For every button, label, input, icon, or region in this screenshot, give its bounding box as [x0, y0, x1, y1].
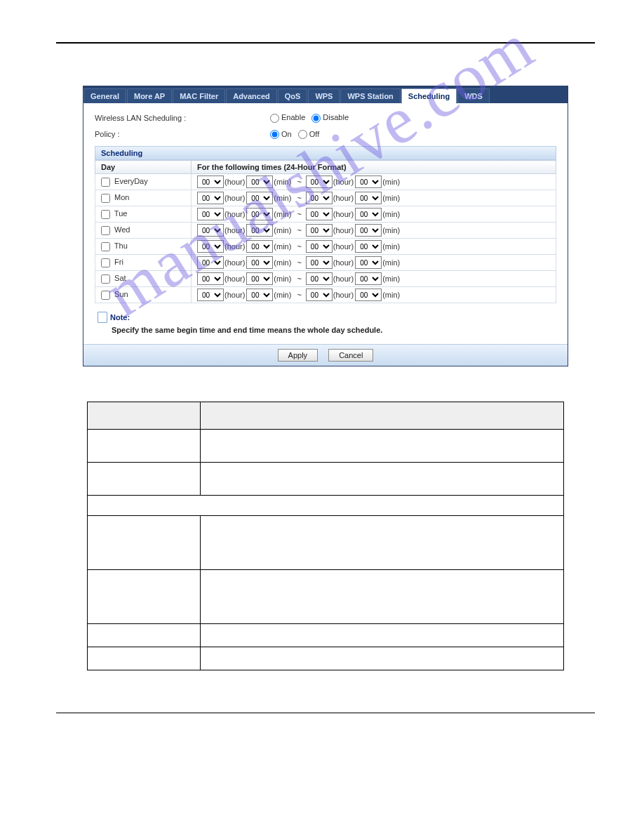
- day-checkbox[interactable]: [101, 242, 110, 251]
- day-header: Day: [95, 161, 192, 174]
- table-row: [201, 624, 564, 647]
- off-radio-wrapper[interactable]: Off: [298, 130, 319, 138]
- times-header: For the following times (24-Hour Format): [192, 161, 556, 174]
- day-checkbox[interactable]: [101, 194, 110, 203]
- time-select[interactable]: 00: [306, 176, 333, 188]
- unit-label: (hour): [333, 291, 354, 299]
- tab-scheduling[interactable]: Scheduling: [401, 88, 457, 104]
- time-select[interactable]: 00: [355, 272, 382, 285]
- unit-label: (min): [274, 291, 291, 299]
- day-checkbox[interactable]: [101, 291, 110, 300]
- tab-mac-filter[interactable]: MAC Filter: [173, 88, 225, 103]
- unit-label: (min): [274, 226, 291, 234]
- unit-label: (hour): [224, 258, 245, 267]
- day-checkbox[interactable]: [101, 226, 110, 235]
- time-select[interactable]: 00: [246, 289, 273, 301]
- time-select[interactable]: 00: [355, 224, 382, 237]
- time-cell: 00(hour)00(min)~00(hour)00(min): [192, 190, 556, 206]
- disable-radio-wrapper[interactable]: Disable: [311, 113, 349, 121]
- day-name: Wed: [112, 225, 130, 234]
- time-select[interactable]: 00: [197, 256, 224, 269]
- unit-label: (hour): [333, 242, 354, 251]
- time-select[interactable]: 00: [306, 289, 333, 301]
- apply-button[interactable]: Apply: [278, 349, 318, 362]
- time-separator: ~: [297, 242, 301, 251]
- time-select[interactable]: 00: [197, 289, 224, 301]
- time-select[interactable]: 00: [197, 192, 224, 204]
- tab-qos[interactable]: QoS: [278, 88, 308, 103]
- tab-wds[interactable]: WDS: [457, 88, 490, 103]
- day-checkbox[interactable]: [101, 210, 110, 219]
- table-row: [201, 570, 564, 624]
- day-name: Thu: [112, 241, 128, 250]
- tab-body: Wireless LAN Scheduling : Enable Disable…: [83, 103, 568, 344]
- tab-more-ap[interactable]: More AP: [127, 88, 172, 103]
- enable-radio[interactable]: [270, 114, 279, 123]
- day-cell: Tue: [95, 206, 192, 223]
- time-cell: 00(hour)00(min)~00(hour)00(min): [192, 174, 556, 190]
- time-select[interactable]: 00: [306, 256, 333, 269]
- day-checkbox[interactable]: [101, 178, 110, 187]
- time-cell: 00(hour)00(min)~00(hour)00(min): [192, 287, 556, 303]
- time-select[interactable]: 00: [246, 224, 273, 237]
- table-row: [201, 430, 564, 463]
- time-select[interactable]: 00: [355, 240, 382, 253]
- unit-label: (min): [382, 242, 400, 251]
- time-select[interactable]: 00: [306, 208, 333, 220]
- time-select[interactable]: 00: [197, 176, 224, 188]
- unit-label: (hour): [333, 258, 354, 267]
- time-select[interactable]: 00: [355, 289, 382, 301]
- time-select[interactable]: 00: [306, 192, 333, 204]
- policy-label: Policy :: [95, 130, 270, 138]
- time-select[interactable]: 00: [197, 208, 224, 220]
- on-radio-wrapper[interactable]: On: [270, 130, 292, 138]
- time-select[interactable]: 00: [246, 192, 273, 204]
- cancel-button[interactable]: Cancel: [328, 349, 373, 362]
- table-row: [88, 430, 201, 463]
- unit-label: (min): [274, 210, 291, 218]
- tab-wps-station[interactable]: WPS Station: [340, 88, 400, 103]
- router-panel: GeneralMore APMAC FilterAdvancedQoSWPSWP…: [83, 86, 568, 366]
- time-select[interactable]: 00: [355, 176, 382, 188]
- day-name: EveryDay: [112, 177, 148, 185]
- table-row: [88, 647, 201, 670]
- day-checkbox[interactable]: [101, 258, 110, 267]
- unit-label: (min): [274, 178, 291, 186]
- time-select[interactable]: 00: [197, 240, 224, 253]
- day-cell: Mon: [95, 190, 192, 206]
- time-select[interactable]: 00: [306, 272, 333, 285]
- time-select[interactable]: 00: [306, 240, 333, 253]
- table-row: [201, 463, 564, 496]
- time-select[interactable]: 00: [246, 240, 273, 253]
- tab-general[interactable]: General: [83, 88, 126, 103]
- day-cell: Wed: [95, 223, 192, 239]
- tab-advanced[interactable]: Advanced: [226, 88, 277, 103]
- unit-label: (hour): [224, 274, 245, 283]
- time-select[interactable]: 00: [355, 208, 382, 220]
- off-radio[interactable]: [298, 130, 307, 139]
- day-name: Tue: [112, 209, 127, 218]
- time-select[interactable]: 00: [355, 256, 382, 269]
- on-radio[interactable]: [270, 130, 279, 139]
- unit-label: (hour): [224, 291, 245, 299]
- table-row: [201, 647, 564, 670]
- day-cell: Sat: [95, 271, 192, 287]
- desc-header-desc: [201, 402, 564, 430]
- time-select[interactable]: 00: [246, 176, 273, 188]
- table-row: [88, 624, 201, 647]
- time-cell: 00(hour)00(min)~00(hour)00(min): [192, 206, 556, 223]
- unit-label: (min): [382, 274, 400, 283]
- disable-radio[interactable]: [311, 114, 321, 123]
- day-checkbox[interactable]: [101, 274, 110, 284]
- time-cell: 00(hour)00(min)~00(hour)00(min): [192, 239, 556, 255]
- time-select[interactable]: 00: [306, 224, 333, 237]
- enable-radio-wrapper[interactable]: Enable: [270, 113, 305, 121]
- time-select[interactable]: 00: [197, 224, 224, 237]
- time-select[interactable]: 00: [246, 256, 273, 269]
- wlan-scheduling-label: Wireless LAN Scheduling :: [95, 114, 270, 122]
- tab-wps[interactable]: WPS: [308, 88, 340, 103]
- time-select[interactable]: 00: [246, 208, 273, 220]
- time-select[interactable]: 00: [197, 272, 224, 285]
- time-select[interactable]: 00: [246, 272, 273, 285]
- time-select[interactable]: 00: [355, 192, 382, 204]
